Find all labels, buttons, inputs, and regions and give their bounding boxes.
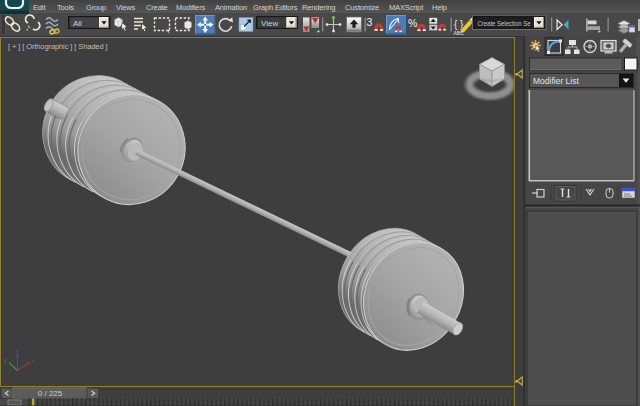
svg-text:x: x	[32, 357, 35, 363]
svg-text:y: y	[4, 357, 7, 363]
svg-text:%: %	[408, 17, 417, 29]
svg-text:ABC: ABC	[454, 30, 465, 36]
svg-text:Modifier List: Modifier List	[533, 76, 579, 86]
svg-text:z: z	[15, 348, 18, 354]
svg-text:0 / 225: 0 / 225	[38, 389, 63, 398]
svg-text:3: 3	[367, 16, 373, 28]
svg-text:View: View	[261, 19, 278, 28]
svg-text:Create Selection Se: Create Selection Se	[478, 19, 531, 28]
svg-text:All: All	[73, 19, 82, 28]
